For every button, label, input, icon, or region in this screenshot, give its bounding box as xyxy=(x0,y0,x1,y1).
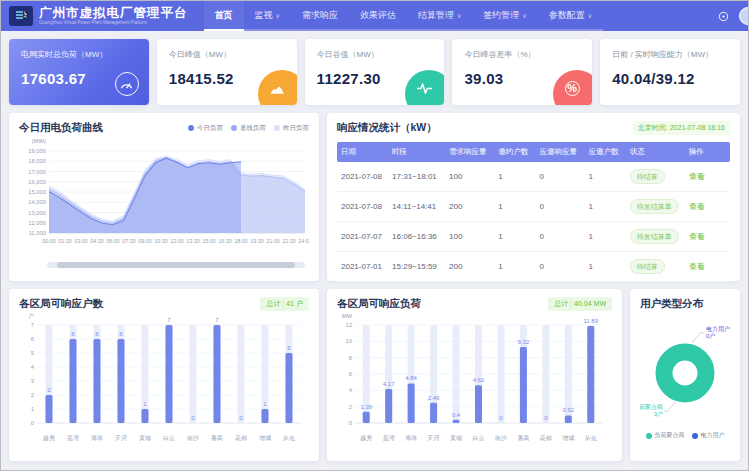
nav-item-首页[interactable]: 首页 xyxy=(204,1,244,31)
svg-text:从化: 从化 xyxy=(585,435,597,442)
legend-item-基线负荷[interactable]: 基线负荷 xyxy=(231,124,266,133)
table-cell-status: 待结算 xyxy=(626,162,685,191)
bar-越秀 xyxy=(363,412,370,423)
svg-text:15:00: 15:00 xyxy=(202,238,216,244)
svg-text:7: 7 xyxy=(215,317,219,323)
donut-count-aggregator: 3户 xyxy=(654,410,663,417)
bar-荔湾 xyxy=(385,389,392,423)
table-cell-resp_count: 1 xyxy=(585,225,626,248)
svg-text:增城: 增城 xyxy=(562,435,574,442)
app-header: 广州市虚拟电厂管理平台 Guangzhou Virtual Power Plan… xyxy=(1,1,748,31)
svg-text:13,000: 13,000 xyxy=(28,210,46,216)
legend-item-aggregator[interactable]: 负荷聚合商 xyxy=(646,431,685,440)
svg-text:2: 2 xyxy=(349,404,352,410)
view-link[interactable]: 查看 xyxy=(689,262,705,271)
svg-text:户: 户 xyxy=(28,312,34,319)
load-curve-legend: 今日负荷基线负荷昨日负荷 xyxy=(188,124,309,133)
svg-text:南沙: 南沙 xyxy=(495,435,507,441)
donut-ring-aggregator xyxy=(664,352,706,394)
legend-item-power-user[interactable]: 电力用户 xyxy=(692,431,725,440)
svg-text:6: 6 xyxy=(31,336,34,342)
middle-row: 今日用电负荷曲线 今日负荷基线负荷昨日负荷 11,00012,00013,000… xyxy=(9,113,740,281)
header-actions xyxy=(718,7,748,25)
vpp-dashboard: 广州市虚拟电厂管理平台 Guangzhou Virtual Power Plan… xyxy=(0,0,749,471)
table-row: 2021-07-0716:06~16:36100101待发结算单查看 xyxy=(337,222,730,252)
table-cell-period: 17:31~18:01 xyxy=(388,165,445,188)
kpi-label: 今日峰谷差率（%） xyxy=(464,49,580,60)
legend-item-昨日负荷[interactable]: 昨日负荷 xyxy=(274,124,309,133)
status-badge: 待结算 xyxy=(630,169,665,184)
table-cell-action: 查看 xyxy=(685,254,730,279)
svg-text:海珠: 海珠 xyxy=(405,435,417,441)
table-cell-status: 待发结算单 xyxy=(626,222,685,251)
svg-text:0: 0 xyxy=(349,420,352,426)
status-badge: 待结算 xyxy=(630,259,665,274)
table-cell-period: 15:29~15:59 xyxy=(388,255,445,278)
table-cell-action: 查看 xyxy=(685,224,730,249)
table-cell-status: 待结算 xyxy=(626,252,685,281)
bar-海珠 xyxy=(408,383,415,423)
app-subtitle: Guangzhou Virtual Power Plant Management… xyxy=(39,21,188,26)
nav-item-监视[interactable]: 监视∨ xyxy=(244,1,291,31)
chevron-down-icon: ∨ xyxy=(457,12,461,19)
chart-scrollbar-thumb[interactable] xyxy=(57,262,294,268)
nav-item-参数配置[interactable]: 参数配置∨ xyxy=(538,1,603,31)
households-total-badge: 总计 : 41 户 xyxy=(260,297,309,311)
svg-text:18,000: 18,000 xyxy=(28,158,46,164)
district-households-title: 各区局可响应户数 xyxy=(19,297,103,311)
table-cell-resp_amount: 0 xyxy=(535,165,584,188)
kpi-card-realtime-total-load: 电网实时总负荷（MW） 17603.67 xyxy=(9,39,149,105)
legend-dot xyxy=(692,433,698,439)
table-cell-action: 查看 xyxy=(685,194,730,219)
nav-item-签约管理[interactable]: 签约管理∨ xyxy=(472,1,537,31)
svg-text:MW: MW xyxy=(342,313,353,319)
load-curve-card: 今日用电负荷曲线 今日负荷基线负荷昨日负荷 11,00012,00013,000… xyxy=(9,113,319,281)
kpi-card-today-valley: 今日谷值（MW） 11227.30 xyxy=(305,39,445,105)
svg-text:4: 4 xyxy=(31,364,35,370)
svg-text:(MW): (MW) xyxy=(32,138,46,144)
donut-label-power-user: 电力用户 xyxy=(706,325,730,333)
kpi-card-response-capacity: 日前 / 实时响应能力（MW） 40.04/39.12 xyxy=(600,39,740,105)
svg-text:4.84: 4.84 xyxy=(405,375,417,381)
table-cell-date: 2021-07-01 xyxy=(337,255,388,278)
table-cell-status: 待发结算单 xyxy=(626,192,685,221)
donut-count-power-user: 0户 xyxy=(706,332,715,339)
district-load-chart: 024681012MW1.39越秀4.17荔湾4.84海珠2.49天河0.4黄埔… xyxy=(337,311,610,443)
status-badge: 待发结算单 xyxy=(630,199,679,214)
svg-text:海珠: 海珠 xyxy=(91,435,103,441)
notification-bell-icon[interactable] xyxy=(718,11,729,22)
legend-item-今日负荷[interactable]: 今日负荷 xyxy=(188,124,223,133)
bottom-row: 各区局可响应户数 总计 : 41 户 01234567户2越秀6荔湾6海珠6天河… xyxy=(9,289,740,461)
bar-track xyxy=(542,325,549,423)
view-link[interactable]: 查看 xyxy=(689,172,705,181)
svg-text:4: 4 xyxy=(349,387,353,393)
bar-从化 xyxy=(587,326,594,423)
bar-track xyxy=(497,325,504,423)
svg-text:7: 7 xyxy=(167,317,171,323)
table-cell-resp_amount: 0 xyxy=(535,255,584,278)
load-curve-title: 今日用电负荷曲线 xyxy=(19,121,103,135)
user-avatar[interactable] xyxy=(739,7,749,25)
table-row: 2021-07-0115:29~15:59200101待结算查看 xyxy=(337,252,730,282)
table-cell-date: 2021-07-08 xyxy=(337,165,388,188)
nav-item-结算管理[interactable]: 结算管理∨ xyxy=(407,1,472,31)
svg-text:22:30: 22:30 xyxy=(282,238,296,244)
bar-增城 xyxy=(262,409,269,423)
table-cell-period: 14:11~14:41 xyxy=(388,195,445,218)
svg-text:16,000: 16,000 xyxy=(28,179,46,185)
svg-text:番禺: 番禺 xyxy=(517,434,529,442)
chevron-down-icon: ∨ xyxy=(276,12,280,19)
svg-text:荔湾: 荔湾 xyxy=(67,434,79,442)
table-header-cell: 操作 xyxy=(685,142,730,162)
bar-天河 xyxy=(118,339,125,423)
legend-dot xyxy=(231,125,237,131)
kpi-label: 电网实时总负荷（MW） xyxy=(21,49,137,60)
nav-item-效果评估[interactable]: 效果评估 xyxy=(349,1,407,31)
table-cell-demand: 200 xyxy=(445,195,494,218)
table-header-cell: 应邀户数 xyxy=(585,142,626,162)
svg-text:00:00: 00:00 xyxy=(42,238,56,244)
bar-天河 xyxy=(430,403,437,423)
view-link[interactable]: 查看 xyxy=(689,232,705,241)
nav-item-需求响应[interactable]: 需求响应 xyxy=(291,1,349,31)
view-link[interactable]: 查看 xyxy=(689,202,705,211)
